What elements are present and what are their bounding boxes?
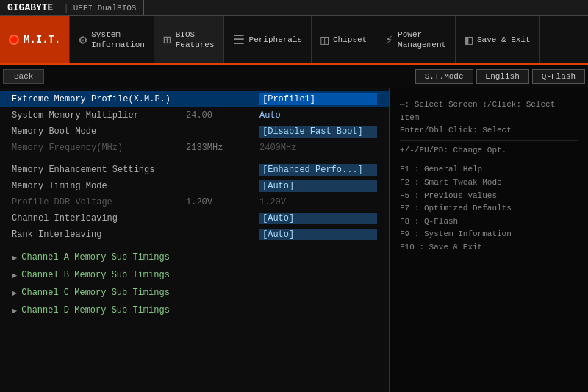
mem-timing-row[interactable]: Memory Timing Mode [Auto]	[0, 178, 389, 194]
tab-power-line2: Management	[398, 40, 446, 50]
channel-interleave-row[interactable]: Channel Interleaving [Auto]	[0, 210, 389, 227]
tab-mit[interactable]: M.I.T.	[0, 16, 70, 63]
header-bar: GIGABYTE | UEFI DualBIOS	[0, 0, 588, 16]
save-exit-icon: ◧	[465, 32, 473, 48]
help-change: +/-/PU/PD: Change Opt.	[400, 144, 578, 157]
help-divider	[400, 140, 578, 141]
sys-mem-mult-label: System Memory Multiplier	[12, 110, 186, 121]
ch-a-arrow-icon: ▶	[12, 252, 17, 263]
sys-mem-mult-row[interactable]: System Memory Multiplier 24.00 Auto	[0, 107, 389, 124]
brand-separator: |	[63, 3, 68, 13]
mem-enhance-label: Memory Enhancement Settings	[12, 165, 259, 175]
help-text-area: ↔: Select Screen ↕/Click: Select Item En…	[400, 99, 578, 254]
ch-c-label: Channel C Memory Sub Timings	[21, 288, 170, 298]
english-button[interactable]: English	[476, 69, 529, 84]
ch-a-label: Channel A Memory Sub Timings	[21, 252, 170, 263]
tab-bios-features-line1: BIOS	[176, 29, 215, 40]
tab-bios-features[interactable]: ⊞ BIOS Features	[154, 16, 224, 63]
profile-ddr-volt-value: 1.20V	[259, 197, 377, 207]
sys-mem-mult-current: 24.00	[186, 110, 259, 121]
help-panel: ↔: Select Screen ↕/Click: Select Item En…	[390, 88, 588, 392]
nav-tabs: M.I.T. ⚙ System Information ⊞ BIOS Featu…	[0, 16, 588, 65]
toolbar: Back S.T.Mode English Q-Flash	[0, 65, 588, 88]
bios-features-icon: ⊞	[163, 32, 171, 48]
mem-boot-mode-row[interactable]: Memory Boot Mode [Disable Fast Boot]	[0, 124, 389, 140]
back-button[interactable]: Back	[3, 69, 44, 84]
main-content: Extreme Memory Profile(X.M.P.) [Profile1…	[0, 88, 588, 392]
mem-enhance-value: [Enhanced Perfo...]	[259, 164, 377, 176]
tab-power-line1: Power	[398, 29, 446, 40]
ch-c-submenu[interactable]: ▶ Channel C Memory Sub Timings	[0, 284, 389, 302]
dualbios-label: UEFI DualBIOS	[74, 4, 137, 13]
mit-dot-icon	[9, 35, 19, 45]
help-f9: F9 : System Information	[400, 228, 578, 241]
tab-power-management[interactable]: ⚡ Power Management	[376, 16, 456, 63]
mem-boot-mode-value: [Disable Fast Boot]	[259, 126, 377, 138]
rank-interleave-value: [Auto]	[259, 229, 377, 240]
xmp-label: Extreme Memory Profile(X.M.P.)	[12, 94, 259, 104]
power-icon: ⚡	[385, 32, 393, 48]
channel-interleave-value: [Auto]	[259, 213, 377, 224]
help-divider2	[400, 160, 578, 160]
st-mode-button[interactable]: S.T.Mode	[415, 69, 473, 84]
xmp-value: [Profile1]	[259, 93, 377, 105]
tab-peripherals-label: Peripherals	[249, 35, 303, 45]
mem-freq-row: Memory Frequency(MHz) 2133MHz 2400MHz	[0, 140, 389, 156]
mem-enhance-row[interactable]: Memory Enhancement Settings [Enhanced Pe…	[0, 162, 389, 178]
help-f10: F10 : Save & Exit	[400, 241, 578, 254]
profile-ddr-volt-row: Profile DDR Voltage 1.20V 1.20V	[0, 194, 389, 210]
ch-b-submenu[interactable]: ▶ Channel B Memory Sub Timings	[0, 266, 389, 284]
tab-chipset[interactable]: ◫ Chipset	[312, 16, 376, 63]
mem-timing-label: Memory Timing Mode	[12, 181, 259, 191]
help-enter: Enter/Dbl Click: Select	[400, 124, 578, 138]
help-f7: F7 : Optimized Defaults	[400, 202, 578, 215]
mem-timing-value: [Auto]	[259, 180, 377, 192]
xmp-row[interactable]: Extreme Memory Profile(X.M.P.) [Profile1…	[0, 91, 389, 107]
mem-boot-mode-label: Memory Boot Mode	[12, 126, 259, 137]
help-f5: F5 : Previous Values	[400, 190, 578, 203]
mem-freq-current: 2133MHz	[186, 143, 259, 153]
ch-d-arrow-icon: ▶	[12, 305, 17, 316]
help-f2: F2 : Smart Tweak Mode	[400, 177, 578, 190]
brand-area: GIGABYTE | UEFI DualBIOS	[0, 0, 144, 15]
rank-interleave-row[interactable]: Rank Interleaving [Auto]	[0, 227, 389, 243]
tab-peripherals[interactable]: ☰ Peripherals	[224, 16, 312, 63]
profile-ddr-volt-current: 1.20V	[186, 197, 259, 207]
ch-b-arrow-icon: ▶	[12, 270, 17, 281]
ch-b-label: Channel B Memory Sub Timings	[21, 270, 170, 280]
ch-d-submenu[interactable]: ▶ Channel D Memory Sub Timings	[0, 302, 389, 319]
help-navigation: ↔: Select Screen ↕/Click: Select Item	[400, 99, 578, 124]
tab-system-info-line2: Information	[91, 40, 145, 50]
ch-a-submenu[interactable]: ▶ Channel A Memory Sub Timings	[0, 249, 389, 266]
tab-save-exit[interactable]: ◧ Save & Exit	[456, 16, 539, 63]
tab-bios-features-line2: Features	[176, 40, 215, 50]
ch-c-arrow-icon: ▶	[12, 288, 17, 299]
tab-system-info-line1: System	[91, 29, 145, 40]
tab-system-information[interactable]: ⚙ System Information	[70, 16, 154, 63]
help-f1: F1 : General Help	[400, 163, 578, 177]
brand-name: GIGABYTE	[7, 2, 53, 13]
qflash-button[interactable]: Q-Flash	[532, 69, 585, 84]
sys-mem-mult-value: Auto	[259, 110, 377, 121]
mem-freq-value: 2400MHz	[259, 143, 377, 153]
tab-chipset-label: Chipset	[333, 35, 367, 45]
system-info-icon: ⚙	[79, 32, 87, 48]
settings-panel: Extreme Memory Profile(X.M.P.) [Profile1…	[0, 88, 390, 392]
channel-interleave-label: Channel Interleaving	[12, 213, 259, 224]
ch-d-label: Channel D Memory Sub Timings	[21, 305, 170, 316]
rank-interleave-label: Rank Interleaving	[12, 229, 259, 240]
profile-ddr-volt-label: Profile DDR Voltage	[12, 197, 186, 207]
mem-freq-label: Memory Frequency(MHz)	[12, 143, 186, 153]
mit-tab-label: M.I.T.	[24, 33, 60, 46]
tab-save-exit-label: Save & Exit	[477, 35, 531, 45]
help-f8: F8 : Q-Flash	[400, 215, 578, 229]
chipset-icon: ◫	[320, 32, 329, 48]
peripherals-icon: ☰	[233, 32, 245, 48]
